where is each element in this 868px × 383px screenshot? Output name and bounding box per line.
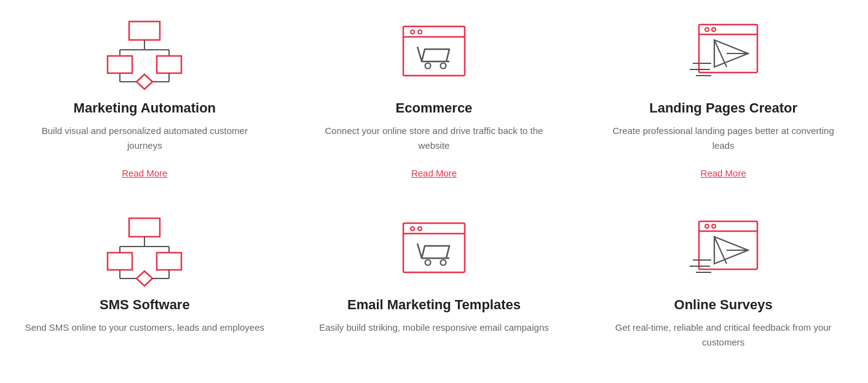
paper-plane-icon bbox=[684, 18, 763, 89]
svg-rect-0 bbox=[129, 22, 160, 40]
svg-rect-7 bbox=[157, 56, 181, 73]
card-description: Easily build striking, mobile responsive… bbox=[319, 320, 549, 335]
svg-rect-6 bbox=[108, 56, 132, 73]
svg-rect-36 bbox=[157, 253, 181, 270]
feature-grid: Marketing Automation Build visual and pe… bbox=[0, 0, 868, 383]
card-sms-software: SMS Software Send SMS online to your cus… bbox=[0, 197, 290, 383]
card-description: Build visual and personalized automated … bbox=[25, 124, 265, 153]
svg-point-44 bbox=[411, 227, 414, 231]
svg-rect-35 bbox=[108, 253, 132, 270]
card-email-templates: Email Marketing Templates Easily build s… bbox=[290, 197, 579, 383]
svg-marker-8 bbox=[136, 74, 152, 89]
read-more-link[interactable]: Read More bbox=[701, 168, 746, 178]
card-marketing-automation: Marketing Automation Build visual and pe… bbox=[0, 0, 290, 197]
automation-icon bbox=[105, 18, 184, 89]
svg-point-22 bbox=[712, 28, 716, 31]
svg-point-51 bbox=[712, 224, 716, 228]
svg-point-15 bbox=[411, 30, 414, 34]
card-landing-pages: Landing Pages Creator Create professiona… bbox=[578, 0, 868, 197]
svg-marker-37 bbox=[136, 271, 152, 286]
automation-icon-2 bbox=[105, 215, 184, 286]
svg-point-46 bbox=[425, 259, 430, 265]
card-online-surveys: Online Surveys Get real-time, reliable a… bbox=[578, 197, 868, 383]
card-title: Landing Pages Creator bbox=[649, 100, 797, 116]
svg-point-16 bbox=[418, 30, 422, 34]
read-more-link[interactable]: Read More bbox=[411, 168, 457, 178]
card-description: Send SMS online to your customers, leads… bbox=[25, 320, 264, 335]
card-title: Email Marketing Templates bbox=[347, 297, 521, 313]
svg-point-18 bbox=[440, 63, 446, 68]
svg-point-50 bbox=[705, 224, 709, 228]
read-more-link[interactable]: Read More bbox=[122, 168, 167, 178]
card-title: Ecommerce bbox=[396, 100, 473, 116]
card-title: Online Surveys bbox=[674, 297, 773, 313]
card-description: Get real-time, reliable and critical fee… bbox=[603, 320, 843, 350]
svg-point-21 bbox=[705, 28, 709, 31]
card-ecommerce: Ecommerce Connect your online store and … bbox=[290, 0, 579, 197]
cart-icon bbox=[394, 18, 474, 89]
card-title: SMS Software bbox=[100, 297, 190, 313]
cart-icon-2 bbox=[394, 215, 474, 286]
card-title: Marketing Automation bbox=[74, 100, 216, 116]
svg-point-17 bbox=[425, 63, 430, 68]
card-description: Create professional landing pages better… bbox=[603, 124, 843, 153]
paper-plane-icon-2 bbox=[684, 215, 763, 286]
svg-rect-29 bbox=[129, 218, 160, 237]
svg-point-47 bbox=[440, 259, 446, 265]
card-description: Connect your online store and drive traf… bbox=[314, 124, 554, 153]
svg-point-45 bbox=[418, 227, 422, 231]
